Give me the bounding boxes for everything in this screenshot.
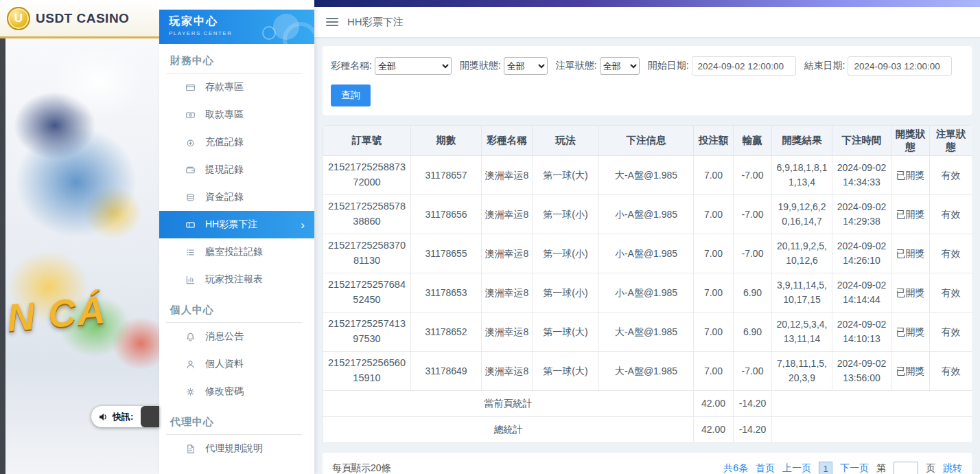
order-status-filter-label: 注單狀態:	[556, 60, 597, 72]
table-row: 2152172525768452450 31178653 澳洲幸运8 第一球(小…	[323, 273, 972, 313]
cell-result: 3,9,11,14,5,10,17,15	[772, 273, 832, 313]
cell-time: 2024-09-02 14:10:13	[832, 313, 891, 352]
cell-lottery: 澳洲幸运8	[482, 195, 533, 234]
sidebar-item-deposit[interactable]: 存款專區	[159, 74, 314, 101]
prev-page-link[interactable]: 上一页	[782, 462, 811, 474]
cell-result: 20,12,5,3,4,13,11,14	[772, 313, 832, 352]
background-site-column: N CÁ U USDT CASINO 快訊:	[0, 0, 159, 474]
lottery-select[interactable]: 全部	[375, 57, 452, 75]
decor-circle	[262, 26, 276, 40]
sidebar-item-recharge-record[interactable]: 充值記錄	[159, 128, 314, 156]
cell-order: 2152172525768452450	[323, 273, 411, 313]
sidebar-item-label: 代理規則說明	[205, 442, 263, 455]
cell-play: 第一球(小)	[533, 234, 599, 273]
cell-time: 2024-09-02 14:14:44	[832, 273, 891, 313]
cell-bet-info: 大-A盤@1.985	[599, 313, 694, 352]
cell-amount: 7.00	[694, 273, 734, 313]
sidebar-item-profile[interactable]: 個人資料	[159, 350, 314, 378]
sidebar-item-label: 廳室投註記錄	[205, 246, 263, 258]
cell-time: 2024-09-02 14:29:38	[832, 195, 891, 234]
page-stats-label: 當前頁統計	[323, 391, 694, 417]
sidebar-item-change-password[interactable]: 修改密碼	[159, 378, 314, 405]
cell-lottery: 澳洲幸运8	[482, 234, 533, 273]
lottery-filter-label: 彩種名稱:	[331, 60, 372, 72]
cell-result: 19,9,12,6,20,16,14,7	[772, 195, 832, 234]
first-page-link[interactable]: 首页	[756, 462, 775, 474]
announcement-icon	[185, 332, 196, 342]
cell-bet-info: 小-A盤@1.985	[599, 273, 694, 313]
table-row: 2152172525741397530 31178652 澳洲幸运8 第一球(大…	[323, 313, 972, 352]
cell-draw-status: 已開獎	[891, 195, 930, 234]
sidebar-item-label: HH彩票下注	[205, 218, 257, 231]
total-stats-row: 總統計 42.00 -14.20	[323, 417, 972, 443]
cell-order: 2152172525656015910	[323, 352, 411, 391]
quick-news-label: 快訊:	[113, 411, 133, 423]
quick-news-marquee	[141, 406, 159, 427]
cell-order-status: 有效	[930, 352, 972, 391]
sidebar-item-agent-rules[interactable]: 代理規則說明	[159, 435, 314, 462]
table-row: 2152172525887372000 31178657 澳洲幸运8 第一球(大…	[323, 156, 972, 195]
bets-table: 訂單號 期數 彩種名稱 玩法 下注信息 投注額 輸贏 開獎結果 下注時間 開獎狀…	[323, 125, 972, 443]
jump-link[interactable]: 跳转	[943, 462, 962, 474]
col-bet-info: 下注信息	[599, 126, 694, 156]
cell-draw-status: 已開獎	[891, 313, 930, 352]
content-area: 彩種名稱: 全部 開獎狀態: 全部 注單狀態: 全部	[314, 38, 980, 474]
cell-amount: 7.00	[694, 313, 734, 352]
section-title-finance: 財務中心	[166, 44, 302, 74]
cell-result: 6,9,18,1,8,11,13,4	[772, 156, 832, 195]
total-stats-winloss: -14.20	[734, 417, 772, 443]
start-date-input[interactable]	[692, 56, 796, 76]
cell-lottery: 澳洲幸运8	[482, 352, 533, 391]
hamburger-menu-icon[interactable]	[326, 18, 338, 26]
end-date-input[interactable]	[848, 56, 952, 76]
next-page-link[interactable]: 下一页	[840, 462, 869, 474]
top-gradient-strip	[314, 0, 980, 7]
site-logo[interactable]: U USDT CASINO	[0, 0, 159, 38]
cell-period: 31178656	[411, 195, 482, 234]
sidebar-item-room-bet-records[interactable]: 廳室投註記錄	[159, 238, 314, 266]
sidebar-item-announcements[interactable]: 消息公告	[159, 323, 314, 350]
main-content: HH彩票下注 彩種名稱: 全部 開獎狀態: 全部 注單狀態:	[314, 0, 980, 474]
deposit-icon	[185, 82, 196, 93]
sidebar-item-withdraw-record[interactable]: 提現記錄	[159, 156, 314, 183]
order-status-select[interactable]: 全部	[600, 57, 640, 75]
player-report-icon	[185, 275, 196, 285]
cell-time: 2024-09-02 14:26:10	[832, 234, 891, 273]
page-jump-input[interactable]	[894, 462, 918, 474]
cell-amount: 7.00	[694, 156, 734, 195]
usdt-coin-icon: U	[7, 7, 30, 30]
sidebar-item-withdraw[interactable]: 取款專區	[159, 101, 314, 128]
sidebar-item-funds-record[interactable]: 資金記錄	[159, 183, 314, 211]
cell-draw-status: 已開獎	[891, 156, 930, 195]
personal-menu: 消息公告 個人資料 修改密碼	[159, 323, 314, 405]
cell-order-status: 有效	[930, 195, 972, 234]
cell-result: 20,11,9,2,5,10,12,6	[772, 234, 832, 273]
col-order-status: 注單狀態	[930, 126, 972, 156]
draw-status-filter: 開獎狀態: 全部	[460, 57, 548, 75]
section-title-personal: 個人中心	[166, 293, 302, 323]
speaker-icon	[98, 411, 109, 422]
col-period: 期數	[411, 126, 482, 156]
col-amount: 投注額	[694, 126, 734, 156]
cell-period: 31178652	[411, 313, 482, 352]
page-stats-winloss: -14.20	[734, 391, 772, 417]
pagination: 共6条 首页 上一页 1 下一页 第 页 跳转	[723, 462, 962, 474]
cell-order-status: 有效	[930, 313, 972, 352]
col-time: 下注時間	[832, 126, 891, 156]
cell-winloss: -7.00	[734, 234, 772, 273]
room-record-icon	[185, 247, 196, 258]
cell-period: 31178655	[411, 234, 482, 273]
sidebar-item-label: 存款專區	[205, 81, 244, 93]
cell-lottery: 澳洲幸运8	[482, 273, 533, 313]
cell-bet-info: 大-A盤@1.985	[599, 156, 694, 195]
sidebar-item-hh-lottery-bets[interactable]: HH彩票下注 ›	[159, 211, 314, 238]
current-page-indicator[interactable]: 1	[819, 462, 832, 474]
sidebar-item-player-report[interactable]: 玩家投注報表	[159, 266, 314, 293]
cell-bet-info: 大-A盤@1.985	[599, 352, 694, 391]
draw-status-select[interactable]: 全部	[504, 57, 548, 75]
search-button[interactable]: 查詢	[331, 84, 371, 106]
player-center-sidebar: 玩家中心 PLAYERS CENTER 財務中心 存款專區 取款專區 充值記錄 …	[159, 0, 314, 474]
recharge-record-icon	[185, 137, 196, 148]
chevron-right-icon: ›	[301, 219, 305, 231]
order-status-filter: 注單狀態: 全部	[556, 57, 640, 75]
